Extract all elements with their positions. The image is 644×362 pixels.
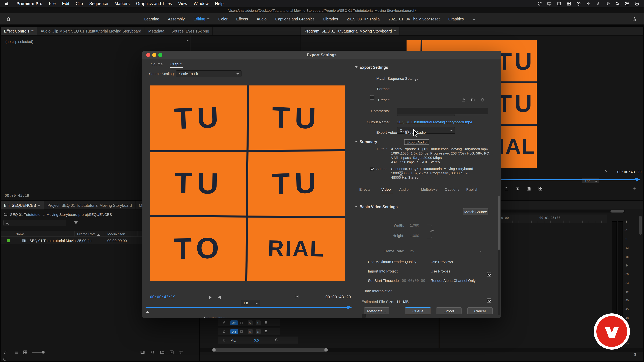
workspace-tab-2021-01-04-thalia-voor-reset[interactable]: 2021_01_04 Thalia voor reset [388,17,440,21]
timeline-vertical-scrollbar[interactable] [639,216,642,235]
pan-knob-icon[interactable] [275,338,279,342]
search-icon[interactable] [615,1,620,6]
link-width-height-icon[interactable] [430,229,434,233]
lock-icon[interactable] [222,330,226,333]
export-settings-section-header[interactable]: Export Settings [355,65,388,69]
import-preset-folder-icon[interactable] [471,97,475,102]
list-view-icon[interactable] [14,350,19,355]
column-frame-rate[interactable]: Frame Rate [77,232,96,236]
menu-view[interactable]: View [175,1,190,6]
queue-button[interactable]: Queue [405,307,431,314]
mute-button[interactable]: M [248,329,252,334]
tab-output[interactable]: Output [170,62,182,66]
search-box[interactable] [3,220,66,226]
lift-icon[interactable] [504,186,508,191]
column-media-start[interactable]: Media Start [107,232,125,236]
tab-audio[interactable]: Audio [399,187,408,191]
comparison-view-icon[interactable] [538,186,543,191]
add-button-icon[interactable] [632,186,636,191]
pencil-icon[interactable] [3,350,8,355]
apple-menu-icon[interactable] [5,1,10,6]
comments-input[interactable] [397,108,488,114]
home-icon[interactable] [6,17,11,21]
box-icon[interactable] [557,1,562,6]
program-zoom-dropdown[interactable]: 1/2 [582,178,600,184]
scrollbar-handle[interactable] [212,348,328,352]
settings-scrollbar[interactable] [498,196,500,316]
menu-graphics-and-titles[interactable]: Graphics and Titles [133,1,175,6]
workspace-tab-audio[interactable]: Audio [257,17,267,21]
menu-sequence[interactable]: Sequence [86,1,111,6]
workspace-tab-learning[interactable]: Learning [144,17,159,21]
tab-program-monitor[interactable]: Program: SEQ 01 Tututututorial Moving St… [301,27,400,35]
track-meter-icon[interactable] [240,321,243,325]
find-icon[interactable] [150,350,155,355]
clock-icon[interactable] [576,1,581,6]
mic-icon[interactable] [264,329,268,334]
tab-effects[interactable]: Effects [359,187,370,191]
close-button[interactable] [146,53,150,57]
panel-menu-icon[interactable]: ≡ [38,203,40,208]
row-name[interactable]: SEQ 01 Tututututorial Movin [30,239,76,243]
tab-publish[interactable]: Publish [466,187,478,191]
timeline-horizontal-scrollbar[interactable] [200,348,643,352]
menu-app-name[interactable]: Premiere Pro [14,1,46,6]
tab-multiplexer[interactable]: Multiplexer [421,187,439,191]
zoom-handle-right[interactable] [324,348,328,352]
menu-edit[interactable]: Edit [59,1,72,6]
size-checkbox[interactable] [487,272,492,277]
solo-meter-label[interactable]: S [634,353,636,356]
workspace-overflow-chevrons[interactable]: » [472,16,475,22]
tab-captions[interactable]: Captions [445,187,459,191]
icon-view-icon[interactable] [23,350,28,355]
scrollbar-handle[interactable] [498,196,500,250]
sync-icon[interactable] [537,1,542,6]
search-input[interactable] [11,221,61,225]
menu-help[interactable]: Help [212,1,226,6]
export-frame-icon[interactable] [526,186,531,191]
volume-icon[interactable] [586,1,591,6]
siri-icon[interactable] [634,1,639,6]
settings-wrench-icon[interactable] [603,169,608,174]
delete-preset-trash-icon[interactable] [480,97,485,102]
summary-section-header[interactable]: Summary [355,140,377,144]
track-source-badge[interactable]: A4 [230,329,238,334]
workspace-tab-effects[interactable]: Effects [236,17,248,21]
zoom-button[interactable] [158,53,162,57]
program-playhead-marker[interactable] [635,178,638,182]
wifi-icon[interactable] [606,1,610,6]
source-scaling-dropdown[interactable]: Scale To Fit [176,70,242,77]
column-name[interactable]: Name [16,232,25,236]
tab-project[interactable]: Project: SEQ 01 Tututututorial Moving St… [44,201,136,210]
metadata-button[interactable]: Metadata… [364,307,390,314]
workspace-menu-icon[interactable]: ≡ [207,17,210,21]
minimize-button[interactable] [152,53,156,57]
automate-to-sequence-icon[interactable] [140,350,145,355]
zoom-slider[interactable] [32,352,43,353]
control-center-icon[interactable] [625,1,630,6]
cancel-button[interactable]: Cancel [467,307,493,314]
preview-scrubber[interactable] [146,306,352,309]
tab-video[interactable]: Video [381,187,391,191]
workspace-tab-assembly[interactable]: Assembly [168,17,185,21]
tab-audio-clip-mixer[interactable]: Audio Clip Mixer: SEQ 01 Tututututorial … [37,27,145,35]
tab-source[interactable]: Source [151,62,163,66]
clear-trash-icon[interactable] [179,350,184,355]
share-icon[interactable] [632,17,636,21]
workspace-tab-captions-and-graphics[interactable]: Captions and Graphics [275,17,314,21]
save-preset-icon[interactable] [462,97,466,102]
mix-volume-value[interactable]: 0,0 [254,338,259,342]
basic-video-settings-header[interactable]: Basic Video Settings [355,205,398,209]
track-source-badge[interactable]: A3 [230,321,238,325]
workspace-tab-editing[interactable]: Editing≡ [193,17,210,21]
tab-source-eyes[interactable]: Source: Eyes 15x.png [168,27,213,35]
menu-window[interactable]: Window [191,1,212,6]
zoom-bar-handle[interactable] [610,210,624,213]
new-bin-icon[interactable] [160,350,165,355]
new-item-icon[interactable] [170,350,174,355]
track-meter-icon[interactable] [240,330,243,333]
timeline-playhead[interactable] [439,318,440,348]
filter-bin-icon[interactable] [74,221,78,225]
menu-file[interactable]: File [46,1,59,6]
set-out-point-icon[interactable] [216,296,221,299]
